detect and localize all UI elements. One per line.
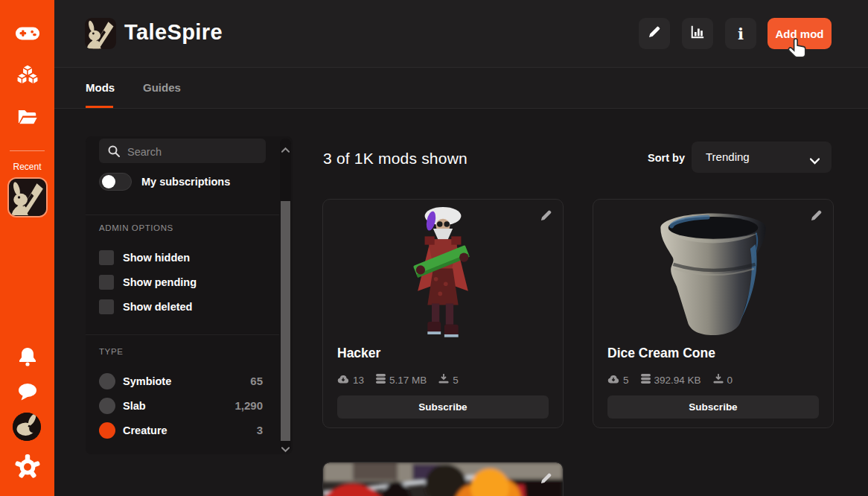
scroll-down-icon[interactable] — [281, 442, 290, 448]
results-summary: 3 of 1K mods shown — [323, 150, 467, 168]
mod-stats: 13 5.17 MB 5 — [337, 374, 459, 386]
type-filter-slab[interactable]: Slab 1,290 — [99, 398, 266, 414]
type-count: 65 — [250, 373, 263, 390]
type-count: 3 — [257, 422, 263, 439]
app-sidebar: Recent — [0, 0, 54, 496]
subscribe-button[interactable]: Subscribe — [607, 395, 819, 419]
tab-guides[interactable]: Guides — [143, 68, 181, 108]
checkbox-label: Show deleted — [123, 299, 192, 314]
mod-title: Hacker — [337, 346, 380, 361]
my-subscriptions-label: My subscriptions — [141, 173, 230, 191]
scroll-up-icon[interactable] — [281, 142, 290, 148]
scrollbar-thumb[interactable] — [281, 201, 290, 441]
talespire-logo — [85, 18, 116, 49]
type-count: 1,290 — [234, 398, 263, 414]
subscribers-value: 5 — [453, 375, 459, 386]
filter-panel: My subscriptions ADMIN OPTIONS Show hidd… — [86, 136, 293, 454]
sort-value: Trending — [706, 142, 750, 173]
type-label: Creature — [123, 422, 167, 439]
sidebar-item-talespire[interactable] — [9, 179, 46, 216]
bar-chart-icon — [690, 25, 705, 42]
mod-thumbnail-hacker — [387, 206, 499, 349]
search-box — [99, 139, 266, 163]
checkbox-label: Show pending — [123, 275, 197, 290]
bell-icon[interactable] — [19, 347, 36, 369]
edit-button[interactable] — [639, 18, 670, 49]
edit-mod-icon[interactable] — [810, 209, 823, 222]
recent-section-label: Recent — [0, 162, 54, 172]
mod-card-hacker[interactable]: Hacker 13 5.17 MB 5 Subscribe — [322, 199, 564, 428]
tab-bar: Mods Guides — [54, 68, 868, 109]
mod-thumbnail-photo — [323, 462, 563, 496]
subscribers-download-icon — [438, 374, 449, 386]
mod-card-partial[interactable] — [322, 462, 564, 496]
radio-circle[interactable] — [99, 398, 115, 414]
chevron-down-icon — [810, 154, 820, 168]
type-label: Symbiote — [123, 373, 171, 390]
subscribers-download-icon — [713, 374, 724, 386]
edit-mod-icon[interactable] — [540, 209, 552, 222]
talespire-game-icon — [9, 179, 46, 216]
add-mod-label: Add mod — [776, 28, 824, 40]
statistics-button[interactable] — [682, 18, 713, 49]
edit-mod-icon[interactable] — [540, 472, 552, 485]
add-mod-button[interactable]: Add mod — [768, 18, 832, 49]
mod-thumbnail-dice-cream-cone — [630, 206, 797, 347]
mod-stats: 5 392.94 KB 0 — [607, 374, 733, 386]
type-section-title: TYPE — [99, 347, 123, 356]
type-label: Slab — [123, 398, 146, 414]
tab-mods[interactable]: Mods — [86, 68, 115, 108]
checkbox-box[interactable] — [99, 299, 114, 314]
active-tab-indicator — [86, 106, 113, 108]
sidebar-divider — [10, 150, 45, 151]
cubes-icon[interactable] — [16, 63, 39, 89]
downloads-cloud-icon — [607, 375, 619, 386]
mod-title: Dice Cream Cone — [607, 346, 715, 361]
toggle-knob — [102, 175, 115, 188]
filesize-value: 5.17 MB — [389, 375, 427, 386]
radio-circle[interactable] — [99, 373, 115, 390]
type-filter-symbiote[interactable]: Symbiote 65 — [99, 373, 266, 390]
modio-cog-icon[interactable] — [15, 454, 40, 483]
radio-circle-selected[interactable] — [99, 422, 115, 439]
panel-divider — [86, 214, 279, 215]
filesize-stack-icon — [641, 374, 651, 386]
subscribe-button[interactable]: Subscribe — [337, 395, 549, 419]
sort-by-label: Sort by — [648, 149, 685, 167]
gamepad-icon[interactable] — [15, 25, 40, 45]
panel-divider — [86, 334, 279, 335]
info-icon: i — [738, 26, 744, 42]
subscribers-value: 0 — [727, 375, 733, 386]
checkbox-box[interactable] — [99, 275, 114, 290]
page-title: TaleSpire — [124, 20, 223, 45]
filesize-value: 392.94 KB — [654, 375, 701, 386]
search-icon — [108, 145, 120, 160]
type-filter-creature[interactable]: Creature 3 — [99, 422, 266, 439]
mod-card-dice-cream-cone[interactable]: Dice Cream Cone 5 392.94 KB 0 Subscribe — [593, 199, 834, 428]
mod-browser-window: Recent TaleSpire i Add — [0, 0, 868, 496]
checkbox-box[interactable] — [99, 250, 114, 265]
downloads-value: 13 — [353, 375, 364, 386]
main-content: My subscriptions ADMIN OPTIONS Show hidd… — [54, 109, 868, 496]
pencil-icon — [648, 25, 661, 42]
downloads-value: 5 — [623, 375, 629, 386]
page-header: TaleSpire i Add mod — [54, 0, 868, 68]
my-subscriptions-toggle[interactable] — [99, 173, 132, 191]
info-button[interactable]: i — [725, 18, 756, 49]
user-avatar[interactable] — [13, 413, 41, 441]
checkbox-label: Show hidden — [123, 250, 190, 265]
folder-icon[interactable] — [17, 108, 38, 128]
filesize-stack-icon — [376, 374, 386, 386]
chat-icon[interactable] — [18, 383, 37, 404]
admin-options-title: ADMIN OPTIONS — [99, 223, 173, 232]
panel-scrollbar[interactable] — [280, 139, 291, 452]
search-input[interactable] — [126, 139, 263, 165]
sort-dropdown[interactable]: Trending — [692, 142, 832, 173]
downloads-cloud-icon — [337, 375, 349, 386]
